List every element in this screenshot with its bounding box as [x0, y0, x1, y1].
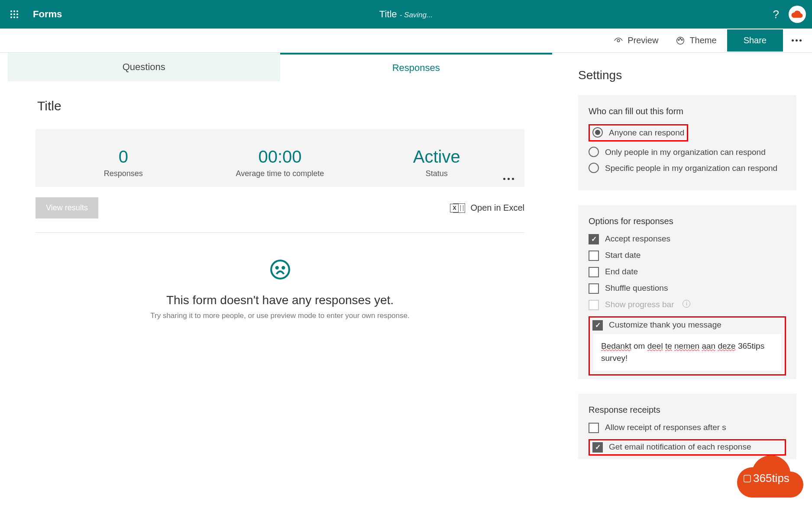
settings-heading: Settings: [578, 68, 796, 82]
stat-avg-value: 00:00: [202, 147, 359, 167]
svg-point-13: [682, 39, 683, 40]
settings-panel: Settings Who can fill out this form Anyo…: [565, 53, 812, 514]
watermark-logo: ▢ 365tips: [734, 454, 808, 504]
radio-icon: [589, 163, 599, 173]
topbar-right: ?: [773, 6, 806, 23]
highlight-email-notify: Get email notification of each response: [589, 439, 786, 456]
stats-more-button[interactable]: [503, 178, 514, 180]
radio-specific-label: Specific people in my organization can r…: [605, 163, 786, 174]
who-can-respond-panel: Who can fill out this form Anyone can re…: [578, 95, 796, 190]
form-title: Title: [37, 99, 524, 113]
waffle-icon: [10, 10, 19, 19]
responses-page: Title 0 Responses 00:00 Average time to …: [8, 81, 552, 320]
checkbox-icon: [592, 320, 603, 331]
svg-point-4: [13, 13, 15, 15]
chk-start-date[interactable]: Start date: [589, 251, 786, 261]
avatar[interactable]: [789, 6, 806, 23]
preview-label: Preview: [628, 35, 658, 45]
radio-icon: [592, 127, 603, 138]
chk-end-date[interactable]: End date: [589, 267, 786, 277]
app-launcher-button[interactable]: [0, 0, 29, 29]
svg-point-2: [16, 10, 18, 12]
view-results-button[interactable]: View results: [36, 197, 98, 218]
preview-button[interactable]: Preview: [607, 32, 665, 49]
ellipsis-icon: [792, 39, 802, 42]
tab-responses-label: Responses: [392, 62, 440, 74]
chk-allow-receipt[interactable]: Allow receipt of responses after s: [589, 423, 786, 433]
options-heading: Options for responses: [589, 216, 786, 226]
watermark-text: 365tips: [753, 472, 789, 485]
palette-icon: [676, 36, 685, 45]
who-heading: Who can fill out this form: [589, 106, 786, 116]
receipts-heading: Response receipts: [589, 405, 786, 415]
checkbox-icon: [589, 234, 599, 244]
stat-responses-value: 0: [45, 147, 202, 167]
main-column: Questions Responses Title 0 Responses 00…: [0, 53, 565, 514]
stat-avg-time: 00:00 Average time to complete: [202, 147, 359, 178]
stat-avg-label: Average time to complete: [202, 169, 359, 178]
svg-point-1: [13, 10, 15, 12]
svg-point-9: [617, 39, 620, 42]
office-square-icon: ▢: [743, 472, 752, 484]
radio-icon: [589, 147, 599, 157]
options-panel: Options for responses Accept responses S…: [578, 205, 796, 379]
chk-progress: Show progress bari: [589, 300, 786, 310]
theme-label: Theme: [689, 35, 716, 45]
checkbox-icon: [589, 251, 599, 261]
receipts-panel: Response receipts Allow receipt of respo…: [578, 394, 796, 459]
more-menu-button[interactable]: [786, 36, 807, 45]
eye-icon: [614, 36, 623, 45]
chk-shuffle[interactable]: Shuffle questions: [589, 283, 786, 294]
chk-shuffle-label: Shuffle questions: [605, 283, 668, 293]
command-bar: Preview Theme Share: [0, 29, 812, 53]
radio-org[interactable]: Only people in my organization can respo…: [589, 147, 786, 158]
svg-point-0: [10, 10, 12, 12]
svg-point-15: [276, 267, 278, 269]
thank-you-message-input[interactable]: Bedankt om deel te nemen aan deze 365tip…: [593, 334, 781, 371]
open-in-excel-label: Open in Excel: [470, 203, 524, 213]
svg-point-8: [16, 16, 18, 18]
stat-responses-label: Responses: [45, 169, 202, 178]
svg-point-16: [282, 267, 284, 269]
help-button[interactable]: ?: [773, 8, 779, 21]
chk-customize-message[interactable]: Customize thank you message: [592, 320, 782, 331]
app-brand: Forms: [33, 9, 62, 20]
svg-point-3: [10, 13, 12, 15]
share-label: Share: [744, 35, 767, 45]
excel-icon: [453, 203, 465, 213]
chk-start-label: Start date: [605, 251, 641, 260]
chk-progress-label: Show progress bar: [605, 300, 674, 309]
document-title-text[interactable]: Title: [379, 9, 397, 19]
document-title: Title - Saving...: [379, 9, 433, 20]
tab-responses[interactable]: Responses: [280, 53, 553, 81]
empty-sub: Try sharing it to more people, or use pr…: [36, 312, 524, 320]
checkbox-icon: [589, 267, 599, 277]
open-in-excel-button[interactable]: Open in Excel: [453, 203, 524, 213]
empty-heading: This form doesn't have any responses yet…: [36, 293, 524, 307]
tab-questions[interactable]: Questions: [8, 53, 280, 81]
radio-org-label: Only people in my organization can respo…: [605, 147, 786, 158]
app-topbar: Forms Title - Saving... ?: [0, 0, 812, 29]
stat-status-label: Status: [358, 169, 515, 178]
chk-accept[interactable]: Accept responses: [589, 234, 786, 244]
info-icon[interactable]: i: [683, 300, 690, 308]
empty-state: This form doesn't have any responses yet…: [36, 259, 524, 320]
radio-anyone-label: Anyone can respond: [609, 127, 684, 138]
radio-anyone[interactable]: Anyone can respond: [592, 127, 684, 138]
theme-button[interactable]: Theme: [669, 32, 723, 49]
svg-point-6: [10, 16, 12, 18]
share-button[interactable]: Share: [727, 29, 783, 51]
checkbox-icon: [592, 442, 603, 453]
checkbox-icon: [589, 283, 599, 294]
checkbox-icon: [589, 300, 599, 310]
content-columns: Questions Responses Title 0 Responses 00…: [0, 53, 812, 514]
radio-specific[interactable]: Specific people in my organization can r…: [589, 163, 786, 174]
chk-email-label: Get email notification of each response: [609, 442, 751, 452]
svg-point-11: [679, 39, 679, 40]
chk-accept-label: Accept responses: [605, 234, 670, 244]
chk-email-notify[interactable]: Get email notification of each response: [592, 442, 782, 453]
chk-allow-label: Allow receipt of responses after s: [605, 423, 726, 432]
chk-customize-label: Customize thank you message: [609, 320, 721, 330]
svg-point-7: [13, 16, 15, 18]
highlight-thankyou: Customize thank you message Bedankt om d…: [589, 316, 786, 376]
